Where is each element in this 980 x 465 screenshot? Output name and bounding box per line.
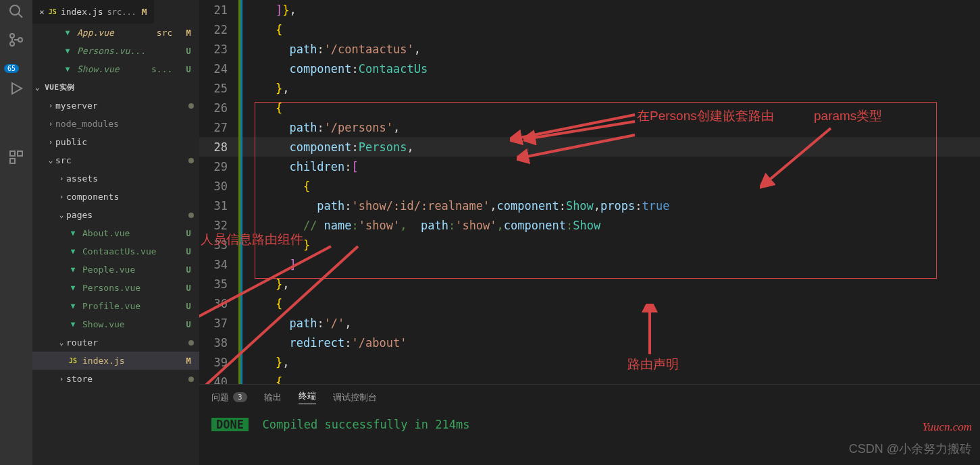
- status-dot: [188, 340, 194, 346]
- close-icon[interactable]: ×: [39, 7, 45, 17]
- chevron-icon: ›: [57, 174, 66, 183]
- activity-bar: 65: [0, 0, 32, 465]
- code-line[interactable]: 33 }: [199, 235, 980, 254]
- tab-output[interactable]: 输出: [264, 391, 282, 404]
- tree-item[interactable]: ⌄pages: [32, 206, 199, 224]
- scm-badge: 65: [4, 64, 19, 73]
- code-line[interactable]: 39 },: [199, 352, 980, 372]
- code-line[interactable]: 24 component:ContaactUs: [199, 59, 980, 78]
- code-line[interactable]: 36 {: [199, 294, 980, 313]
- vue-icon: ▼: [68, 283, 78, 292]
- status-dot: [188, 377, 194, 382]
- tree-item[interactable]: ▼Profile.vueU: [32, 297, 199, 315]
- watermark: CSDN @小余努力搬砖: [849, 441, 972, 457]
- chevron-icon: ›: [57, 192, 66, 201]
- status-dot: [188, 103, 194, 109]
- vue-icon: ▼: [68, 247, 78, 256]
- chevron-icon: ⌄: [46, 156, 55, 165]
- status-badge: U: [183, 229, 194, 238]
- svg-point-0: [10, 5, 20, 15]
- svg-line-1: [18, 13, 22, 18]
- code-line[interactable]: 28 component:Persons,: [199, 137, 980, 157]
- vue-icon: ▼: [62, 47, 73, 55]
- tab-debug[interactable]: 调试控制台: [333, 391, 377, 404]
- code-line[interactable]: 23 path:'/contaactus',: [199, 39, 980, 59]
- vue-icon: ▼: [68, 302, 78, 310]
- svg-rect-6: [10, 151, 15, 156]
- status-dot: [188, 158, 194, 163]
- chevron-icon: ›: [57, 375, 66, 383]
- chevron-icon: ›: [46, 138, 55, 146]
- tree-item[interactable]: ▼Persons.vueU: [32, 279, 199, 297]
- editor: 21 ]},22 {23 path:'/contaactus',24 compo…: [199, 0, 980, 465]
- status-badge: M: [183, 356, 194, 366]
- code-line[interactable]: 31 path:'show/:id/:realname',component:S…: [199, 196, 980, 215]
- code-line[interactable]: 40 {: [199, 372, 980, 384]
- tree-item[interactable]: ›store: [32, 370, 199, 388]
- code-line[interactable]: 38 redirect:'/about': [199, 333, 980, 352]
- open-editor-item[interactable]: ▼App.vuesrc M: [32, 24, 199, 42]
- tab-terminal[interactable]: 终端: [299, 390, 316, 404]
- tree-item[interactable]: ›myserver: [32, 97, 199, 115]
- chevron-icon: ›: [46, 101, 55, 110]
- vue-icon: ▼: [62, 28, 73, 37]
- extensions-icon[interactable]: [8, 149, 24, 165]
- tree-item[interactable]: ▼Show.vueU: [32, 315, 199, 333]
- status-badge: U: [183, 320, 194, 329]
- code-line[interactable]: 29 children:[: [199, 157, 980, 176]
- chevron-icon: ⌄: [57, 211, 66, 219]
- code-line[interactable]: 32 // name:'show', path:'show',component…: [199, 215, 980, 235]
- open-editor-item[interactable]: ▼Show.vues... U: [32, 60, 199, 78]
- tree-item[interactable]: ›public: [32, 133, 199, 151]
- section-header[interactable]: ⌄ VUE实例: [32, 78, 199, 97]
- code-line[interactable]: 37 path:'/',: [199, 313, 980, 333]
- code-line[interactable]: 30 {: [199, 176, 980, 196]
- vue-icon: ▼: [68, 320, 78, 329]
- terminal-output[interactable]: DONE Compiled successfully in 214ms: [199, 410, 980, 439]
- status-badge: U: [183, 302, 194, 311]
- tab-problems[interactable]: 问题3: [211, 391, 247, 404]
- tree-item[interactable]: ⌄src: [32, 151, 199, 169]
- js-icon: JS: [68, 357, 78, 364]
- code-line[interactable]: 22 {: [199, 20, 980, 39]
- tree-item[interactable]: ›components: [32, 188, 199, 206]
- svg-rect-8: [10, 159, 15, 163]
- chevron-icon: ⌄: [57, 338, 66, 347]
- code-line[interactable]: 35 },: [199, 274, 980, 294]
- tree-item[interactable]: ▼People.vueU: [32, 261, 199, 279]
- code-line[interactable]: 34 ]: [199, 254, 980, 274]
- svg-point-3: [10, 42, 14, 46]
- status-dot: [188, 213, 194, 218]
- tree-item[interactable]: JSindex.jsM: [32, 352, 199, 370]
- tree-item[interactable]: ›assets: [32, 169, 199, 188]
- tab-active[interactable]: × JS index.js src... M: [32, 0, 154, 24]
- svg-rect-7: [18, 151, 22, 156]
- chevron-icon: ›: [46, 119, 55, 128]
- tree-item[interactable]: ⌄router: [32, 333, 199, 352]
- code-area[interactable]: 21 ]},22 {23 path:'/contaactus',24 compo…: [199, 0, 980, 384]
- svg-point-2: [10, 34, 14, 38]
- open-editors: × JS index.js src... M: [32, 0, 199, 24]
- debug-icon[interactable]: [8, 80, 24, 97]
- tree-item[interactable]: ›node_modules: [32, 115, 199, 133]
- tree-item[interactable]: ▼ContaactUs.vueU: [32, 242, 199, 261]
- tree-item[interactable]: ▼About.vueU: [32, 224, 199, 242]
- open-editor-item[interactable]: ▼Persons.vu... U: [32, 42, 199, 60]
- vue-icon: ▼: [68, 265, 78, 274]
- code-line[interactable]: 25 },: [199, 78, 980, 98]
- js-icon: JS: [49, 8, 57, 16]
- vue-icon: ▼: [62, 65, 73, 74]
- code-line[interactable]: 27 path:'/persons',: [199, 117, 980, 137]
- watermark: Yuucn.com: [922, 420, 972, 434]
- sidebar: × JS index.js src... M ▼App.vuesrc M▼Per…: [32, 0, 199, 465]
- search-icon[interactable]: [8, 3, 24, 20]
- svg-marker-5: [12, 83, 22, 94]
- vue-icon: ▼: [68, 229, 78, 238]
- status-badge: U: [183, 247, 194, 256]
- scm-icon[interactable]: [8, 32, 24, 48]
- tab-name: index.js: [61, 7, 103, 17]
- status-badge: U: [183, 283, 194, 293]
- svg-point-4: [18, 38, 22, 42]
- code-line[interactable]: 26 {: [199, 98, 980, 117]
- code-line[interactable]: 21 ]},: [199, 0, 980, 20]
